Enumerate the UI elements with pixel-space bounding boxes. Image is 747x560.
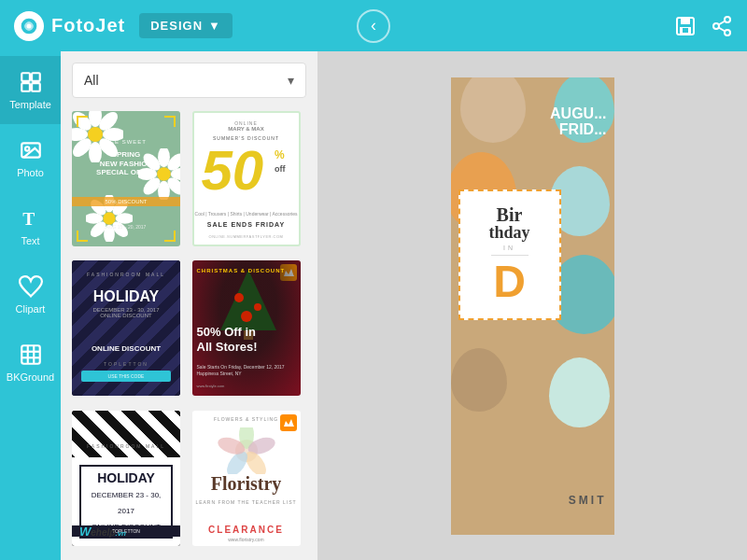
- bday-name: SMIT: [569, 494, 607, 507]
- svg-point-6: [725, 17, 730, 22]
- svg-rect-5: [683, 28, 688, 33]
- svg-point-41: [103, 212, 115, 224]
- canvas-area: AUGU...FRID... Bir thday IN D SMIT: [317, 51, 747, 560]
- template-card-discount50[interactable]: ONLINE MARY & MAX SUMMER'S DISCOUNT 50 %…: [192, 111, 301, 246]
- bday-script: Bir: [497, 205, 523, 224]
- dropdown-chevron-icon: ▾: [288, 73, 294, 88]
- svg-point-8: [725, 30, 730, 35]
- template-card-spring[interactable]: SEE SWEET SPRINGNEW FASHIONSPECIAL OFFER…: [72, 111, 180, 246]
- arrow-left-icon: ‹: [371, 16, 376, 35]
- svg-line-10: [719, 21, 726, 24]
- sidebar-item-bkground[interactable]: BKGround: [0, 329, 61, 397]
- templates-grid: SEE SWEET SPRINGNEW FASHIONSPECIAL OFFER…: [61, 105, 317, 560]
- month-label: AUGU...FRID...: [550, 105, 606, 138]
- back-button[interactable]: ‹: [357, 9, 390, 43]
- sidebar-item-photo[interactable]: Photo: [0, 124, 61, 192]
- sidebar-item-clipart[interactable]: Clipart: [0, 260, 61, 329]
- bday-in: IN: [503, 245, 515, 251]
- wehelp-watermark: Wehelp.vn: [79, 525, 126, 539]
- svg-text:T: T: [22, 209, 35, 229]
- birthday-card: AUGU...FRID... Bir thday IN D SMIT: [451, 77, 614, 535]
- sidebar-text-label: Text: [21, 235, 39, 246]
- svg-rect-3: [681, 18, 690, 24]
- template-card-floristry[interactable]: FLOWERS & STYLING Floristry LEARN FROM T…: [192, 411, 301, 546]
- svg-point-54: [254, 303, 261, 311]
- svg-line-9: [719, 27, 726, 31]
- svg-rect-11: [21, 73, 30, 81]
- bday-initial: D: [493, 259, 526, 304]
- share-button[interactable]: [711, 15, 733, 37]
- template-card-zebra[interactable]: FASHIONROOM MALL HOLIDAYDECEMBER 23 - 30…: [72, 411, 180, 546]
- logo-text: FotoJet: [51, 15, 125, 36]
- template-card-holiday[interactable]: FASHIONROOM MALL HOLIDAY DECEMBER 23 - 3…: [72, 260, 180, 396]
- header-right: [674, 15, 733, 37]
- logo-area: FotoJet: [14, 11, 125, 41]
- invite-box: Bir thday IN D: [458, 189, 561, 320]
- sidebar-template-label: Template: [9, 99, 51, 110]
- template-panel: All ▾: [61, 51, 317, 560]
- sidebar-photo-label: Photo: [17, 167, 44, 178]
- svg-rect-18: [21, 345, 40, 364]
- filter-dropdown[interactable]: All ▾: [72, 63, 306, 98]
- template-card-christmas[interactable]: CHRISTMAS & DISCOUNT 50% Off inAll Store…: [192, 260, 301, 396]
- main: Template Photo T Text Clipart: [0, 51, 747, 560]
- sidebar-item-template[interactable]: Template: [0, 56, 61, 124]
- sidebar: Template Photo T Text Clipart: [0, 51, 61, 560]
- svg-point-16: [25, 147, 29, 150]
- logo-icon: [14, 11, 44, 41]
- sidebar-clipart-label: Clipart: [16, 303, 46, 315]
- svg-point-1: [27, 23, 32, 28]
- svg-point-53: [234, 293, 244, 302]
- panel-header: All ▾: [61, 51, 317, 105]
- save-button[interactable]: [674, 15, 697, 37]
- header: FotoJet DESIGN ▼ ‹: [0, 0, 747, 51]
- svg-rect-12: [32, 73, 40, 81]
- svg-point-7: [713, 23, 719, 29]
- svg-rect-13: [21, 83, 30, 91]
- sidebar-item-text[interactable]: T Text: [0, 192, 61, 260]
- sidebar-bkground-label: BKGround: [7, 371, 54, 383]
- filter-value: All: [84, 73, 99, 88]
- svg-point-55: [241, 311, 252, 322]
- canvas-preview: AUGU...FRID... Bir thday IN D SMIT: [451, 77, 614, 535]
- design-button[interactable]: DESIGN ▼: [139, 13, 233, 38]
- svg-rect-14: [32, 83, 40, 91]
- chevron-down-icon: ▼: [208, 19, 221, 33]
